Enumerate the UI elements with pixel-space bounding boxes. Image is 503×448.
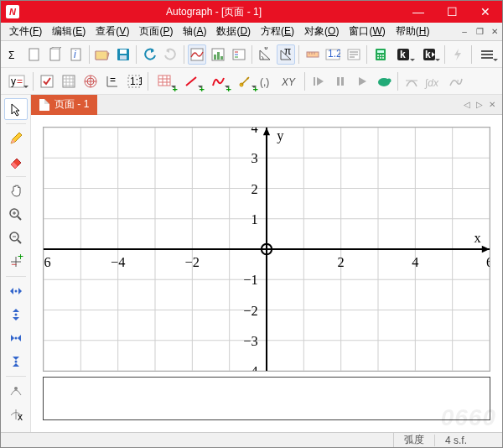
axes-scale-icon[interactable]: 1:1 — [124, 71, 144, 91]
svg-text:2: 2 — [252, 181, 258, 197]
new-page-icon[interactable] — [25, 44, 44, 65]
toolbar-2: y= = 1:1 + + + + (,) XY ∫dx ' — [1, 68, 502, 95]
svg-text:−6: −6 — [44, 254, 51, 270]
maximize-button[interactable]: ☐ — [435, 1, 469, 23]
menu-page[interactable]: 页面(P) — [134, 23, 178, 40]
sigma-icon[interactable]: Σ — [4, 44, 23, 65]
pencil-tool-icon[interactable] — [4, 128, 28, 149]
svg-text:': ' — [457, 78, 459, 89]
menu-axes[interactable]: 轴(A) — [178, 23, 211, 40]
hand-tool-icon[interactable] — [4, 180, 28, 202]
constant-k-icon[interactable]: k — [392, 44, 415, 65]
svg-text:−3: −3 — [243, 333, 257, 349]
pi-angle-icon[interactable]: π — [277, 44, 296, 65]
menu-lines-icon[interactable] — [475, 44, 499, 65]
results-textbox[interactable] — [43, 377, 490, 420]
svg-rect-1 — [29, 49, 39, 60]
mdi-close-icon[interactable]: ✕ — [487, 27, 502, 36]
line-add-icon[interactable]: + — [179, 71, 204, 91]
axes-equal-icon[interactable]: = — [102, 71, 122, 91]
svg-text:y: y — [11, 76, 16, 87]
stretch-h-icon[interactable] — [4, 280, 28, 302]
svg-text:=: = — [110, 74, 116, 86]
svg-point-31 — [377, 55, 379, 56]
polar-grid-icon[interactable] — [80, 71, 101, 91]
toolbar-1: Σ i ° π 1.23 k k — [1, 41, 502, 68]
number-format-icon[interactable]: 1.23 — [324, 44, 343, 65]
shrink-v-icon[interactable] — [4, 351, 28, 372]
svg-point-95 — [14, 337, 17, 340]
play-start-icon[interactable] — [309, 71, 329, 91]
text-box-icon[interactable] — [345, 44, 364, 65]
close-button[interactable]: ✕ — [469, 1, 502, 23]
menu-help[interactable]: 帮助(H) — [391, 23, 435, 40]
play-icon[interactable] — [352, 71, 372, 91]
tab-nav-buttons[interactable]: ◁ ▷ ✕ — [459, 100, 502, 109]
table-add-icon[interactable]: + — [152, 71, 177, 91]
graph-mode-icon[interactable] — [188, 44, 207, 65]
tangent-icon[interactable] — [402, 71, 422, 91]
tab-bar: 页面 - 1 ◁ ▷ ✕ — [31, 95, 502, 115]
svg-rect-64 — [158, 76, 170, 86]
curve-add-icon[interactable]: + — [205, 71, 231, 91]
redo-icon[interactable] — [161, 44, 180, 65]
grid-fine-icon[interactable] — [59, 71, 79, 91]
svg-line-87 — [18, 240, 21, 243]
coord-tool-icon[interactable]: (,) — [259, 71, 279, 91]
ruler-icon[interactable] — [303, 44, 322, 65]
xy-tool-icon[interactable]: XY — [281, 71, 301, 91]
svg-text:(,): (,) — [260, 76, 269, 88]
svg-text:2: 2 — [338, 254, 345, 270]
menu-window[interactable]: 窗口(W) — [344, 23, 390, 40]
svg-text:i: i — [74, 49, 76, 60]
graph-area[interactable]: −6−4−2246−4−3−2−11234xy — [43, 127, 490, 372]
zoom-in-icon[interactable] — [4, 204, 28, 226]
zoom-out-icon[interactable] — [4, 227, 28, 249]
turtle-fast-icon[interactable] — [374, 71, 394, 91]
mdi-minimize-icon[interactable]: – — [457, 27, 472, 36]
minimize-button[interactable]: — — [402, 1, 435, 23]
svg-rect-7 — [120, 55, 127, 60]
svg-point-32 — [380, 55, 381, 56]
info-page-icon[interactable]: i — [66, 44, 86, 65]
shrink-h-icon[interactable] — [4, 327, 28, 349]
point-on-curve-icon[interactable] — [4, 380, 28, 402]
calculator-icon[interactable] — [371, 44, 390, 65]
angle-icon[interactable]: ° — [256, 44, 275, 65]
svg-rect-75 — [337, 77, 340, 86]
mdi-restore-icon[interactable]: ❐ — [472, 27, 487, 36]
save-icon[interactable] — [114, 44, 133, 65]
eraser-tool-icon[interactable] — [4, 151, 28, 173]
stretch-v-icon[interactable] — [4, 304, 28, 326]
pause-icon[interactable] — [330, 71, 350, 91]
svg-point-94 — [14, 314, 17, 316]
bar-mode-icon[interactable] — [208, 44, 227, 65]
menu-view[interactable]: 查看(V) — [91, 23, 134, 40]
undo-icon[interactable] — [140, 44, 159, 65]
menu-file[interactable]: 文件(F) — [4, 23, 47, 40]
derivative-icon[interactable]: ' — [445, 71, 465, 91]
new-page-3d-icon[interactable] — [45, 44, 65, 65]
menu-object[interactable]: 对象(O) — [299, 23, 344, 40]
svg-text:−2: −2 — [185, 254, 200, 270]
menu-edit[interactable]: 编辑(E) — [47, 23, 91, 40]
menu-equation[interactable]: 方程(E) — [256, 23, 299, 40]
constant-k-play-icon[interactable]: k — [417, 44, 441, 65]
menu-data[interactable]: 数据(D) — [211, 23, 256, 40]
watermark: 0660 — [441, 404, 496, 431]
tab-page-1[interactable]: 页面 - 1 — [31, 95, 97, 115]
integral-icon[interactable]: ∫dx — [423, 71, 443, 91]
trace-x-icon[interactable]: x — [4, 404, 28, 425]
svg-line-83 — [18, 216, 21, 220]
svg-text:−4: −4 — [111, 254, 125, 270]
open-icon[interactable] — [93, 44, 112, 65]
checkbox-tool-icon[interactable] — [37, 71, 57, 91]
pointer-tool-icon[interactable] — [4, 98, 28, 120]
status-precision: 4 s.f. — [434, 435, 477, 446]
svg-text:1.23: 1.23 — [328, 48, 340, 60]
axes-reset-icon[interactable]: +− — [4, 251, 28, 273]
y-equals-icon[interactable]: y= — [4, 71, 29, 91]
flash-icon[interactable] — [449, 44, 468, 65]
key-mode-icon[interactable] — [229, 44, 248, 65]
vector-add-icon[interactable]: + — [232, 71, 257, 91]
